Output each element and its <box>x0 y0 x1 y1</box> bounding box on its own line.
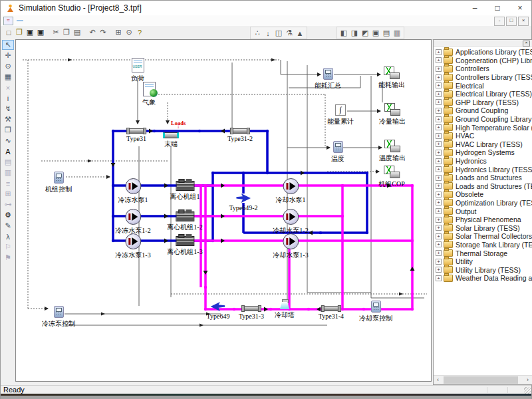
unit-cop-plotter[interactable]: 机组COP <box>378 166 404 189</box>
expand-icon[interactable]: + <box>436 241 442 247</box>
new-button[interactable]: □ <box>3 27 14 37</box>
chw-pump-1-2[interactable]: 冷冻水泵1-2 <box>115 209 150 235</box>
stamp-tool[interactable]: ❐ <box>2 125 14 135</box>
table-view-button[interactable]: ◫ <box>273 28 284 38</box>
expand-icon[interactable]: + <box>436 124 442 130</box>
expand-icon[interactable]: + <box>436 57 442 63</box>
expand-icon[interactable]: + <box>436 82 442 88</box>
expand-icon[interactable]: + <box>436 233 442 239</box>
print-preview-button[interactable]: ⊙ <box>124 27 134 37</box>
paste-button[interactable]: ▤ <box>72 27 82 37</box>
chw-pump-1-3[interactable]: 冷冻水泵1-3 <box>115 233 150 260</box>
text-tool[interactable]: A <box>2 146 14 156</box>
library-close-button[interactable]: × <box>523 41 530 47</box>
cw-pump-1-3[interactable]: 冷却水泵1-3 <box>273 233 308 260</box>
energy-accumulator[interactable]: 能量累计 <box>327 104 354 126</box>
flag2-tool[interactable]: ⚑ <box>2 253 14 263</box>
expand-icon[interactable]: + <box>436 175 442 181</box>
pipe-type31[interactable]: Type31 <box>126 128 146 142</box>
zoom-tool[interactable]: ⊙ <box>2 61 14 71</box>
temperature-calculator[interactable]: 温度 <box>331 141 344 164</box>
expand-icon[interactable]: + <box>436 267 442 273</box>
redo-button[interactable]: ↷ <box>98 27 108 37</box>
expand-icon[interactable]: + <box>436 250 442 256</box>
expand-icon[interactable]: + <box>436 259 442 265</box>
expand-icon[interactable]: + <box>436 99 442 105</box>
minimize-button[interactable]: – <box>464 1 486 15</box>
terminal-unit[interactable]: 末端 <box>163 132 179 149</box>
cascade-button[interactable]: ◩ <box>360 28 370 38</box>
chw-pump-control-calculator[interactable]: 冷冻泵控制 <box>42 306 75 329</box>
expand-icon[interactable]: + <box>436 208 442 214</box>
menu-file[interactable] <box>17 20 23 21</box>
chw-pump-1[interactable]: 冷冻水泵1 <box>118 178 148 205</box>
parametric-button[interactable]: ⚗ <box>284 28 295 38</box>
expand-icon[interactable]: + <box>436 133 442 139</box>
expand-icon[interactable]: + <box>436 66 442 72</box>
cw-pump-1-2[interactable]: 冷却水泵1-2 <box>273 209 308 235</box>
menu-tools[interactable] <box>57 20 63 21</box>
resize-grip[interactable] <box>524 387 531 394</box>
pipe-type31-2[interactable]: Type31-2 <box>227 128 253 142</box>
library-item[interactable]: + Weather Data Reading and Process <box>434 274 532 283</box>
delete-tool[interactable]: × <box>2 82 14 92</box>
help-button[interactable]: ? <box>134 27 145 37</box>
grid-tool[interactable]: ▤ <box>2 157 14 167</box>
expand-icon[interactable]: + <box>436 74 442 80</box>
expand-icon[interactable]: + <box>436 275 442 281</box>
tile-left-button[interactable]: ◧ <box>338 28 349 38</box>
cw-pump-control-calculator[interactable]: 冷却泵控制 <box>359 301 392 323</box>
expand-icon[interactable]: + <box>436 225 442 231</box>
undo-button[interactable]: ↶ <box>87 27 98 37</box>
settings-tool[interactable]: ⚙ <box>2 210 14 220</box>
run-tool[interactable]: λ <box>2 231 14 241</box>
expand-icon[interactable]: + <box>436 183 442 189</box>
plot-button[interactable]: ▲ <box>295 28 305 38</box>
print-button[interactable]: ⊞ <box>113 27 124 37</box>
output-button[interactable]: ↓ <box>263 28 273 38</box>
menu-calculate[interactable] <box>50 20 57 21</box>
save-all-button[interactable]: ▣ <box>35 27 46 37</box>
image-tool[interactable]: ▦ <box>2 72 14 82</box>
diverter-type649-2[interactable]: Type649-2 <box>229 194 257 211</box>
expand-icon[interactable]: + <box>436 141 442 147</box>
menu-help[interactable] <box>70 20 76 21</box>
expand-icon[interactable]: + <box>436 166 442 172</box>
expand-icon[interactable]: + <box>436 91 442 97</box>
close-button[interactable]: × <box>509 1 531 15</box>
expand-icon[interactable]: + <box>436 192 442 198</box>
scrollbar-thumb[interactable] <box>444 376 518 384</box>
expand-icon[interactable]: + <box>436 108 442 114</box>
load-file[interactable]: USER 负荷 <box>131 58 144 83</box>
open-button[interactable]: ❒ <box>14 27 25 37</box>
pen-tool[interactable]: ✎ <box>2 221 14 231</box>
diagram-canvas[interactable]: USER 负荷 气象 Type31 末端 Type31-2 能耗汇总 <box>15 39 432 382</box>
maximize-button[interactable]: □ <box>486 1 509 15</box>
mdi-restore-button[interactable]: □ <box>506 17 517 26</box>
arrange-button[interactable]: ▣ <box>370 28 381 38</box>
library-horizontal-scrollbar[interactable]: ‹ › <box>434 375 532 384</box>
info-tool[interactable]: i <box>2 93 14 103</box>
horizontal-split-button[interactable]: ▤ <box>381 28 392 38</box>
signal-tool[interactable]: ∿ <box>2 136 14 146</box>
menu-view[interactable] <box>30 20 37 21</box>
scroll-left-arrow[interactable]: ‹ <box>434 376 442 384</box>
save-button[interactable]: ▣ <box>25 27 35 37</box>
layers-tool[interactable]: ≡ <box>2 178 14 188</box>
energy-output-plotter[interactable]: 能耗输出 <box>378 66 405 90</box>
expand-icon[interactable]: + <box>436 200 442 205</box>
cooling-tower[interactable]: 冷却塔 <box>275 299 295 320</box>
flag-tool[interactable]: ⚐ <box>2 242 14 252</box>
pan-tool[interactable]: ✛ <box>2 51 14 61</box>
weather-file[interactable]: 气象 <box>142 82 156 107</box>
cw-pump-1[interactable]: 冷却水泵1 <box>276 178 306 205</box>
unit-control-calculator[interactable]: 机组控制 <box>45 172 72 194</box>
copy-button[interactable]: ❐ <box>61 27 72 37</box>
connections-view-button[interactable]: ∴ <box>252 28 263 38</box>
vertical-split-button[interactable]: ▥ <box>392 28 402 38</box>
mdi-minimize-button[interactable]: - <box>494 17 505 26</box>
temperature-output-plotter[interactable]: 温度输出 <box>379 140 406 163</box>
link-tool[interactable]: ↯ <box>2 104 14 114</box>
select-tool[interactable]: ↖ <box>2 40 14 50</box>
grid2-tool[interactable]: ▥ <box>2 168 14 178</box>
